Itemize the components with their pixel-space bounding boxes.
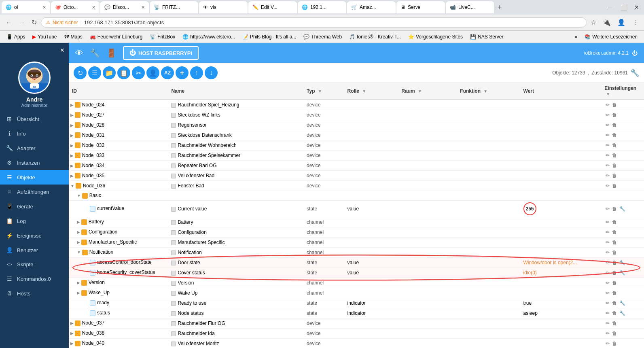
edit-button[interactable]: ✏ — [604, 112, 611, 118]
delete-button[interactable]: 🗑 — [611, 290, 618, 296]
delete-button[interactable]: 🗑 — [611, 249, 618, 256]
edit-button[interactable]: ✏ — [604, 219, 611, 225]
edit-button[interactable]: ✏ — [604, 269, 611, 276]
role-sort-icon[interactable]: ▼ — [362, 89, 366, 93]
tab-octo[interactable]: 🐙 Octo... ✕ — [51, 1, 100, 13]
edit-button[interactable]: ✏ — [604, 300, 611, 306]
new-tab-button[interactable]: + — [495, 3, 504, 12]
back-button[interactable]: ← — [3, 17, 15, 28]
sidebar-item-instanzen[interactable]: ⚙ Instanzen — [0, 155, 69, 170]
expand-button[interactable]: ▶ — [77, 220, 81, 224]
maximize-button[interactable]: ⬜ — [618, 2, 629, 13]
edit-button[interactable]: ✏ — [604, 122, 611, 128]
expand-button[interactable]: ▶ — [77, 240, 81, 244]
expand-button[interactable]: ▶ — [77, 280, 81, 285]
user-button[interactable]: 👤 — [146, 66, 159, 79]
sidebar-item-info[interactable]: ℹ Info — [0, 126, 69, 141]
edit-button[interactable]: ✏ — [604, 102, 611, 108]
delete-button[interactable]: 🗑 — [611, 142, 618, 149]
tab-close-btn[interactable]: ✕ — [42, 5, 46, 10]
delete-button[interactable]: 🗑 — [611, 280, 618, 286]
add-button[interactable]: + — [176, 66, 189, 79]
tab-amaz[interactable]: 🛒 Amaz... — [347, 1, 396, 13]
tab-192[interactable]: 🌐 192.1... — [298, 1, 346, 13]
delete-button[interactable]: 🗑 — [611, 206, 618, 212]
sidebar-item-benutzer[interactable]: 👤 Benutzer — [0, 243, 69, 257]
eye-icon[interactable]: 👁 — [75, 49, 83, 58]
edit-button[interactable]: ✏ — [604, 290, 611, 296]
sidebar-close-button[interactable]: ✕ — [60, 47, 65, 53]
delete-button[interactable]: 🗑 — [611, 259, 618, 266]
delete-button[interactable]: 🗑 — [611, 122, 618, 128]
delete-button[interactable]: 🗑 — [611, 162, 618, 169]
copy-button[interactable]: 📋 — [117, 66, 130, 79]
bookmark-apps[interactable]: 📱 Apps — [3, 33, 28, 40]
expand-button[interactable]: ▶ — [70, 331, 75, 335]
profile-button[interactable]: 👤 — [615, 17, 628, 28]
edit-button[interactable]: ✏ — [604, 340, 611, 347]
bookmark-star-button[interactable]: ☆ — [588, 17, 599, 28]
row-settings-button[interactable]: 🔧 — [618, 269, 627, 276]
delete-button[interactable]: 🗑 — [611, 320, 618, 327]
delete-button[interactable]: 🗑 — [611, 300, 618, 306]
delete-button[interactable]: 🗑 — [611, 102, 618, 108]
table-container[interactable]: ID Name Typ ▼ Rolle ▼ — [69, 83, 644, 348]
list-button[interactable]: ☰ — [88, 66, 101, 79]
func-sort-icon[interactable]: ▼ — [483, 89, 487, 93]
tab-livec[interactable]: 📹 LiveC... — [446, 1, 494, 13]
delete-button[interactable]: 🗑 — [611, 132, 618, 138]
bookmark-nas[interactable]: 💾 NAS Server — [467, 33, 506, 40]
delete-button[interactable]: 🗑 — [611, 269, 618, 276]
edit-button[interactable]: ✏ — [604, 259, 611, 266]
sidebar-item-ereignisse[interactable]: ⚡ Ereignisse — [0, 228, 69, 243]
sidebar-item-skripte[interactable]: <> Skripte — [0, 257, 69, 272]
sidebar-item-objekte[interactable]: ☰ Objekte — [0, 170, 69, 185]
sidebar-item-kommandos[interactable]: ☰ Kommandos.0 — [0, 272, 69, 286]
tab-vis[interactable]: 👁 vis — [199, 1, 248, 13]
refresh-button[interactable]: ↻ — [74, 66, 87, 79]
tab-serve[interactable]: 🖥 Serve — [396, 1, 445, 13]
tab-close-btn[interactable]: ✕ — [141, 5, 145, 10]
edit-button[interactable]: ✏ — [604, 320, 611, 327]
logout-icon[interactable]: 🚪 — [106, 48, 117, 58]
expand-button[interactable]: ▶ — [70, 174, 75, 178]
forward-button[interactable]: → — [16, 17, 28, 28]
expand-button[interactable]: ▶ — [77, 291, 81, 295]
upload-button[interactable]: ↑ — [190, 66, 203, 79]
expand-button[interactable]: ▼ — [70, 184, 76, 188]
row-settings-button[interactable]: 🔧 — [618, 310, 627, 316]
sidebar-item-gerate[interactable]: 📱 Geräte — [0, 199, 69, 214]
bookmark-tonies[interactable]: 🎵 tonies® - Kreativ-T... — [346, 33, 404, 40]
type-sort-icon[interactable]: ▼ — [318, 89, 322, 93]
bookmark-phils-blog[interactable]: 📝 Phils Blog - It's all a... — [239, 33, 299, 40]
bookmark-weitere[interactable]: 📚 Weitere Lesezeichen — [581, 33, 641, 40]
delete-button[interactable]: 🗑 — [611, 219, 618, 225]
edit-button[interactable]: ✏ — [604, 162, 611, 169]
edit-button[interactable]: ✏ — [604, 330, 611, 337]
sidebar-item-hosts[interactable]: 🖥 Hosts — [0, 286, 69, 301]
edit-button[interactable]: ✏ — [604, 152, 611, 159]
tab-fritz[interactable]: 📡 FRITZ... — [150, 1, 198, 13]
edit-button[interactable]: ✏ — [604, 280, 611, 286]
reload-button[interactable]: ↻ — [29, 17, 39, 28]
delete-button[interactable]: 🗑 — [611, 239, 618, 246]
expand-button[interactable]: ▼ — [77, 193, 82, 198]
sort-button[interactable]: AZ — [161, 66, 174, 79]
expand-button[interactable]: ▶ — [70, 133, 75, 138]
bookmark-more[interactable]: » — [571, 33, 580, 40]
delete-button[interactable]: 🗑 — [611, 340, 618, 347]
wrench-icon[interactable]: 🔧 — [90, 48, 100, 58]
bookmark-youtube[interactable]: ▶ YouTube — [29, 33, 60, 40]
expand-button[interactable]: ▼ — [77, 250, 82, 255]
download-button[interactable]: ↓ — [205, 66, 218, 79]
delete-button[interactable]: 🗑 — [611, 112, 618, 118]
actions-sort-icon[interactable]: ▼ — [606, 92, 610, 96]
bookmark-elstero[interactable]: 🌐 https://www.elstero... — [179, 33, 238, 40]
tab-close-btn[interactable]: ✕ — [92, 5, 95, 10]
edit-button[interactable]: ✏ — [604, 182, 611, 189]
edit-button[interactable]: ✏ — [604, 172, 611, 179]
edit-button[interactable]: ✏ — [604, 249, 611, 256]
delete-button[interactable]: 🗑 — [611, 229, 618, 236]
address-bar[interactable]: ⚠ Nicht sicher | 192.168.171.35:8081/#ta… — [41, 17, 587, 28]
edit-button[interactable]: ✏ — [604, 229, 611, 236]
